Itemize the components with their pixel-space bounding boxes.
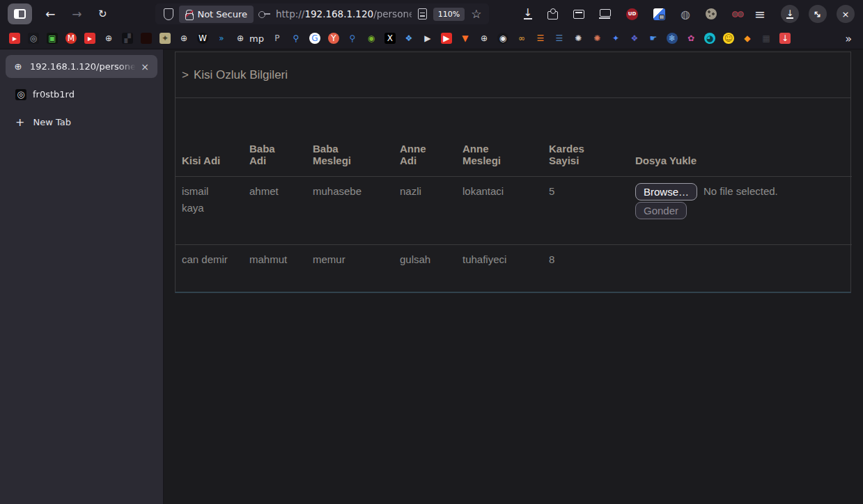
bookmark-khaki-star-icon[interactable]: ✦ <box>160 33 171 44</box>
cell-kardes-sayisi: 5 <box>543 176 629 244</box>
bookmark-magnifier-small-icon[interactable]: ⚲ <box>347 33 358 44</box>
bookmark-bat-dark-icon[interactable]: ▞ <box>122 33 133 44</box>
bookmark-butterfly-blue-icon[interactable]: ❖ <box>403 33 414 44</box>
back-button[interactable]: ← <box>40 4 60 24</box>
gray-extension-icon[interactable]: ◍ <box>681 8 690 21</box>
bookmark-green-drop-icon[interactable]: ◉ <box>366 33 377 44</box>
bookmark-youtube-red-2-icon[interactable]: ▸ <box>84 33 95 44</box>
minimize-button[interactable]: ↓ <box>781 5 799 23</box>
ublock-extension-icon[interactable]: UD <box>626 8 638 20</box>
reader-mode-icon[interactable] <box>418 8 427 19</box>
browse-button[interactable]: Browse… <box>635 183 697 200</box>
col-header-kardes-sayisi: Kardes Sayisi <box>543 98 629 176</box>
bookmark-orange-box-icon[interactable]: ◆ <box>742 33 753 44</box>
bookmark-dark-app-icon[interactable]: ◎ <box>28 33 39 44</box>
bookmark-blue-chevrons-icon[interactable]: » <box>216 33 227 44</box>
bookmark-openai-icon[interactable]: ✺ <box>573 33 584 44</box>
archive-extension-icon[interactable] <box>573 10 584 19</box>
reload-button[interactable]: ↻ <box>93 4 112 24</box>
bookmark-teal-circle-icon[interactable]: ◕ <box>704 33 715 44</box>
bookmark-m-red-icon[interactable]: M <box>65 33 77 44</box>
bookmark-blue-hand-icon[interactable]: ☛ <box>648 33 659 44</box>
bookmark-stackexchange-icon[interactable]: ☰ <box>554 33 565 44</box>
bookmark-globe-mp-icon[interactable]: ⊕mp <box>235 33 264 44</box>
bookmark-green-box-icon[interactable]: ▣ <box>47 33 58 44</box>
bookmark-gitlab-icon[interactable]: ▼ <box>460 33 471 44</box>
window-controls: ↓ ↔ × <box>781 5 855 23</box>
password-manager-extension-icon[interactable] <box>653 8 665 20</box>
bookmark-stackoverflow-icon[interactable]: ☰ <box>535 33 546 44</box>
downloads-button[interactable]: ↓ <box>524 8 533 19</box>
table-row: ismail kaya ahmet muhasebe nazli lokanta… <box>176 176 852 244</box>
tracking-protection-shield-icon[interactable] <box>164 8 173 20</box>
extensions-puzzle-icon[interactable] <box>547 11 558 19</box>
bookmark-magnifier-blue-icon[interactable]: ⚲ <box>290 33 302 44</box>
bookmark-youtube-icon[interactable]: ▶ <box>441 33 452 44</box>
page-content: > Kisi Ozluk Bilgileri Kisi Adi Baba Adi… <box>164 49 863 504</box>
bookmark-infinity-orange-icon[interactable]: ∞ <box>516 33 527 44</box>
plus-icon: + <box>15 116 24 129</box>
tab-active[interactable]: ⊕ 192.168.1.120/personel × <box>6 55 157 78</box>
new-tab-label: New Tab <box>33 117 71 127</box>
glasses-extension-icon[interactable] <box>732 11 744 19</box>
url-scheme: http:// <box>276 8 304 19</box>
bookmark-violet-bird-icon[interactable]: ❖ <box>629 33 640 44</box>
bookmark-google-g-icon[interactable]: G <box>309 33 320 44</box>
hamburger-menu-button[interactable]: ≡ <box>754 6 765 22</box>
device-extension-icon[interactable] <box>600 9 611 17</box>
tab-fr0stb1rd[interactable]: ◎ fr0stb1rd <box>0 83 163 106</box>
bookmark-claude-icon[interactable]: ✺ <box>591 33 602 44</box>
bookmarks-list: ▸◎▣M▸⊕▞ ✦⊕W»⊕mpP⚲GY⚲◉X❖▶▶▼⊕◉∞☰☰✺✺✦❖☛❄✿◕☺… <box>9 33 791 44</box>
cell-kisi-adi: ismail kaya <box>176 176 243 244</box>
not-secure-chip[interactable]: Not Secure <box>179 6 254 23</box>
upload-cell-empty <box>629 244 852 292</box>
upload-cell: Browse… No file selected. Gonder <box>629 176 852 244</box>
bookmark-p-flag-icon[interactable]: P <box>272 33 283 44</box>
cell-anne-adi: nazli <box>394 176 456 244</box>
cell-kardes-sayisi: 8 <box>543 244 629 292</box>
personnel-table: Kisi Adi Baba Adi Baba Meslegi Anne Adi … <box>176 98 852 292</box>
bookmark-play-gray-icon[interactable]: ▶ <box>422 33 433 44</box>
bookmark-w-circle-icon[interactable]: W <box>197 33 208 44</box>
bookmark-dim-icon-icon[interactable]: ▦ <box>761 33 772 44</box>
bookmark-dark-red-icon[interactable] <box>141 33 152 44</box>
bookmark-globe-icon[interactable]: ⊕ <box>103 33 114 44</box>
table-header-row: Kisi Adi Baba Adi Baba Meslegi Anne Adi … <box>176 98 852 176</box>
bookmark-star-icon[interactable]: ☆ <box>471 7 481 21</box>
bookmark-youtube-red-icon[interactable]: ▸ <box>9 33 20 44</box>
close-window-button[interactable]: × <box>837 5 855 23</box>
heading-marker: > <box>182 68 189 82</box>
col-header-kisi-adi: Kisi Adi <box>176 98 243 176</box>
bookmark-y-orange-icon[interactable]: Y <box>328 33 339 44</box>
bookmarks-overflow-chevron[interactable]: » <box>845 32 856 45</box>
page-title: > Kisi Ozluk Bilgileri <box>176 52 850 98</box>
maximize-button[interactable]: ↔ <box>809 5 827 23</box>
key-icon <box>258 8 271 19</box>
tab-title: 192.168.1.120/personel <box>30 61 138 72</box>
file-status-text: No file selected. <box>703 183 778 200</box>
new-tab-button[interactable]: + New Tab <box>0 111 163 132</box>
cell-kisi-adi: can demir <box>176 244 243 292</box>
cookie-extension-icon[interactable] <box>706 8 717 19</box>
cell-baba-meslegi: muhasebe <box>306 176 394 244</box>
sidebar-toggle-button[interactable] <box>8 3 32 24</box>
bookmark-red-download-icon[interactable]: ↓ <box>779 33 791 44</box>
zoom-level-badge[interactable]: 110% <box>433 8 465 21</box>
cell-anne-meslegi: tuhafiyeci <box>456 244 543 292</box>
url-bar[interactable]: Not Secure http://192.168.1.120/personel… <box>155 3 488 24</box>
bookmark-x-black-icon[interactable]: X <box>384 33 396 44</box>
url-text[interactable]: http://192.168.1.120/personel <box>276 8 412 19</box>
bookmark-gemini-icon[interactable]: ✦ <box>610 33 621 44</box>
bookmark-huggingface-icon[interactable]: ☺ <box>723 33 734 44</box>
browser-toolbar: ← → ↻ Not Secure http://192.168.1.120/pe… <box>0 0 863 28</box>
bookmark-snowflake-icon[interactable]: ❄ <box>667 33 678 44</box>
close-tab-icon[interactable]: × <box>138 61 152 72</box>
bookmark-globe-3-icon[interactable]: ⊕ <box>479 33 490 44</box>
bookmark-globe-2-icon[interactable]: ⊕ <box>178 33 189 44</box>
forward-button[interactable]: → <box>67 4 86 24</box>
cell-baba-meslegi: memur <box>306 244 394 292</box>
bookmark-github-icon[interactable]: ◉ <box>497 33 508 44</box>
col-header-baba-meslegi: Baba Meslegi <box>306 98 394 176</box>
bookmark-pinwheel-icon[interactable]: ✿ <box>685 33 697 44</box>
gonder-button[interactable]: Gonder <box>635 202 687 219</box>
